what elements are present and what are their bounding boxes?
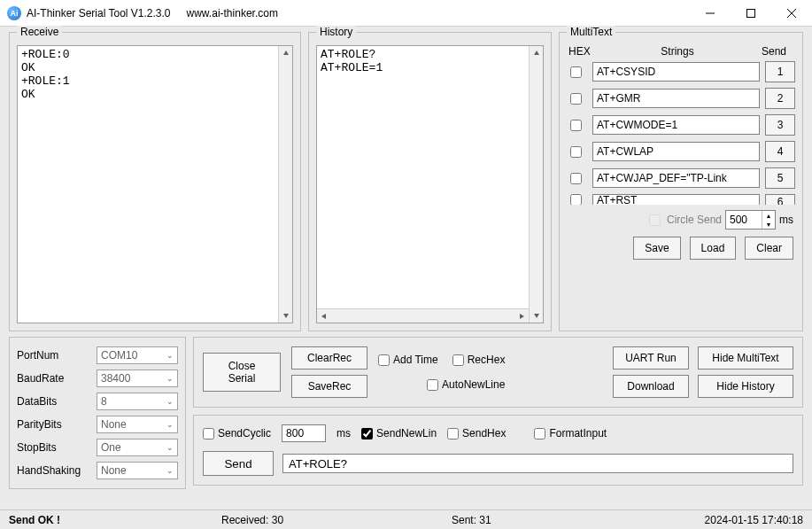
clear-rec-button[interactable]: ClearRec xyxy=(291,346,367,370)
multitext-hex-checkbox[interactable] xyxy=(570,66,582,78)
receive-group: Receive +ROLE:0 OK +ROLE:1 OK xyxy=(9,32,301,331)
multitext-string-input[interactable] xyxy=(592,62,760,82)
scroll-right-icon[interactable] xyxy=(514,309,529,323)
multitext-send-button[interactable]: 5 xyxy=(765,167,795,189)
multitext-group: MultiText HEX Strings Send 123456 Circle… xyxy=(559,32,803,331)
multitext-head-strings: Strings xyxy=(600,45,754,58)
history-textarea[interactable]: AT+ROLE? AT+ROLE=1 xyxy=(317,46,529,308)
multitext-send-button[interactable]: 6 xyxy=(765,194,795,205)
chevron-down-icon: ⌄ xyxy=(166,466,174,475)
baudrate-combo[interactable]: 38400⌄ xyxy=(97,370,178,387)
multitext-head-send: Send xyxy=(754,45,793,58)
multitext-send-button[interactable]: 1 xyxy=(765,61,795,82)
history-vscrollbar[interactable] xyxy=(529,46,543,323)
databits-combo[interactable]: 8⌄ xyxy=(97,393,178,410)
multitext-hex-checkbox[interactable] xyxy=(570,146,582,158)
status-datetime: 2024-01-15 17:40:18 xyxy=(705,514,803,526)
send-cyclic-value[interactable] xyxy=(282,424,326,442)
paritybits-combo[interactable]: None⌄ xyxy=(97,416,178,433)
chevron-down-icon: ⌄ xyxy=(166,374,174,383)
status-received: Received: 30 xyxy=(221,514,452,526)
app-title-text: AI-Thinker Serial Tool V1.2.3.0 xyxy=(27,7,171,19)
add-time-checkbox[interactable] xyxy=(378,354,390,366)
multitext-row: 6 xyxy=(567,194,795,205)
uart-run-button[interactable]: UART Run xyxy=(613,346,689,370)
chevron-down-icon: ⌄ xyxy=(166,420,174,429)
chevron-down-icon: ⌄ xyxy=(166,397,174,406)
multitext-hex-checkbox[interactable] xyxy=(570,173,582,184)
scroll-left-icon[interactable] xyxy=(317,309,331,323)
app-url-text: www.ai-thinker.com xyxy=(187,7,278,19)
portnum-combo[interactable]: COM10⌄ xyxy=(97,346,178,364)
send-hex-checkbox[interactable] xyxy=(447,428,459,440)
circle-send-spinner[interactable]: ▲ ▼ xyxy=(725,210,776,229)
multitext-send-button[interactable]: 3 xyxy=(765,114,795,136)
command-input[interactable] xyxy=(282,454,793,473)
multitext-load-button[interactable]: Load xyxy=(690,237,737,260)
send-button[interactable]: Send xyxy=(203,451,274,476)
multitext-string-input[interactable] xyxy=(592,89,760,108)
multitext-row: 2 xyxy=(567,88,795,109)
port-settings-group: PortNum COM10⌄ BaudRate 38400⌄ DataBits … xyxy=(9,337,186,489)
format-input-checkbox[interactable] xyxy=(534,428,545,440)
multitext-send-button[interactable]: 4 xyxy=(765,141,795,162)
multitext-string-input[interactable] xyxy=(592,194,760,205)
multitext-head-hex: HEX xyxy=(568,45,600,58)
multitext-string-input[interactable] xyxy=(592,142,760,161)
svg-rect-1 xyxy=(747,9,755,17)
multitext-legend: MultiText xyxy=(567,26,615,38)
auto-newline-checkbox[interactable] xyxy=(427,379,438,391)
hide-history-button[interactable]: Hide History xyxy=(698,375,793,398)
chevron-down-icon: ⌄ xyxy=(166,351,174,360)
app-icon: Ai xyxy=(7,6,21,20)
maximize-button[interactable] xyxy=(731,0,771,27)
handshaking-combo[interactable]: None⌄ xyxy=(97,462,178,479)
send-cyclic-checkbox[interactable] xyxy=(203,428,214,440)
circle-send-checkbox[interactable] xyxy=(649,214,661,226)
send-cyclic-label: SendCyclic xyxy=(218,427,271,440)
send-hex-label: SendHex xyxy=(462,427,506,440)
multitext-clear-button[interactable]: Clear xyxy=(745,237,793,260)
title-bar: Ai AI-Thinker Serial Tool V1.2.3.0www.ai… xyxy=(0,0,812,27)
multitext-send-button[interactable]: 2 xyxy=(765,88,795,109)
spin-up-icon[interactable]: ▲ xyxy=(762,211,775,220)
status-sent: Sent: 31 xyxy=(452,514,705,526)
hide-multitext-button[interactable]: Hide MultiText xyxy=(698,346,793,370)
add-time-label: Add Time xyxy=(393,354,438,366)
multitext-hex-checkbox[interactable] xyxy=(570,120,582,131)
svg-marker-5 xyxy=(283,314,289,318)
minimize-button[interactable] xyxy=(690,0,731,27)
multitext-hex-checkbox[interactable] xyxy=(570,194,582,205)
receive-scrollbar[interactable] xyxy=(278,46,292,323)
multitext-row: 1 xyxy=(567,61,795,82)
scroll-down-icon[interactable] xyxy=(279,308,292,323)
paritybits-label: ParityBits xyxy=(17,418,97,431)
save-rec-button[interactable]: SaveRec xyxy=(291,375,367,398)
scroll-down-icon[interactable] xyxy=(530,308,543,323)
multitext-string-input[interactable] xyxy=(592,168,760,188)
send-newline-label: SendNewLin xyxy=(376,427,437,440)
send-newline-checkbox[interactable] xyxy=(361,428,373,440)
scroll-up-icon[interactable] xyxy=(279,46,292,60)
actions-panel: Close Serial ClearRec SaveRec Add Time R… xyxy=(193,337,803,408)
scroll-up-icon[interactable] xyxy=(530,46,543,60)
history-group: History AT+ROLE? AT+ROLE=1 xyxy=(308,32,552,331)
stopbits-combo[interactable]: One⌄ xyxy=(97,439,178,456)
multitext-save-button[interactable]: Save xyxy=(633,237,680,260)
history-hscrollbar[interactable] xyxy=(317,308,529,323)
rec-hex-checkbox[interactable] xyxy=(452,354,464,366)
receive-textarea[interactable]: +ROLE:0 OK +ROLE:1 OK xyxy=(18,46,278,323)
spin-down-icon[interactable]: ▼ xyxy=(762,220,775,229)
multitext-row: 3 xyxy=(567,114,795,136)
multitext-string-input[interactable] xyxy=(592,115,760,135)
multitext-row: 4 xyxy=(567,141,795,162)
circle-send-label: Circle Send xyxy=(667,214,722,226)
window-title: AI-Thinker Serial Tool V1.2.3.0www.ai-th… xyxy=(27,7,278,19)
close-serial-button[interactable]: Close Serial xyxy=(203,353,281,392)
history-legend: History xyxy=(316,26,356,38)
close-button[interactable] xyxy=(771,0,812,27)
circle-send-value[interactable] xyxy=(726,214,762,226)
multitext-hex-checkbox[interactable] xyxy=(570,93,582,105)
download-button[interactable]: Download xyxy=(613,375,689,398)
circle-send-unit: ms xyxy=(779,214,793,226)
